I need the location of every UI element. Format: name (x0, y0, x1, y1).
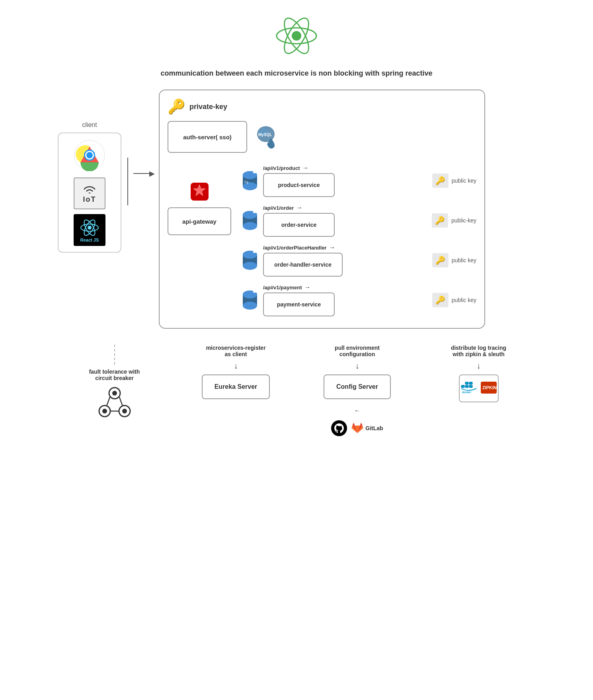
route-payment: /api/v1/payment → payment-service 🔑 publ… (241, 280, 476, 320)
top-section: communication between each microservice … (160, 12, 432, 78)
github-icon (331, 420, 347, 436)
subtitle: communication between each microservice … (160, 69, 432, 78)
product-route-row: /api/v1/product → product-service (263, 164, 424, 197)
zipkin-icon: ZIPKIN (480, 381, 497, 396)
svg-point-7 (86, 152, 93, 158)
svg-text:docker: docker (462, 391, 471, 394)
auth-server-row: auth-server( sso) MySQL (168, 121, 476, 153)
payment-service-box: payment-service (263, 292, 335, 316)
key-emoji: 🔑 (168, 98, 185, 115)
order-service-label: order-service (281, 222, 317, 228)
config-card: pull environment configuration ↓ Config … (308, 345, 407, 436)
route-order-handler: /api/v1/orderPlaceHandler → order-handle… (241, 240, 476, 280)
svg-text:Pg: Pg (244, 180, 248, 184)
eureka-server-label: Eureka Server (215, 383, 257, 390)
payment-public-key-label: public key (452, 297, 476, 303)
client-section: client (58, 121, 121, 253)
eureka-card: microservices-register as client ↓ Eurek… (186, 345, 286, 399)
product-service-label: product-service (278, 182, 320, 188)
mysql-icon: MySQL (255, 124, 277, 150)
route-product: Pg /api/v1/product → product-service (241, 161, 476, 201)
git-icons: GitLab (331, 420, 383, 436)
services-outer-box: 🔑 private-key auth-server( sso) (159, 90, 485, 329)
hystrix-icon (95, 385, 135, 423)
order-route-row: /api/v1/order → order-service (263, 204, 424, 237)
gateway-routes-area: api-gateway (168, 161, 476, 320)
private-key-area: 🔑 private-key (168, 98, 476, 115)
circuit-breaker-card: fault tolerance with circuit breaker (65, 345, 164, 423)
config-eureka-arrow: ← (354, 407, 361, 414)
payment-service-label: payment-service (277, 301, 321, 308)
gateway-column: api-gateway (168, 181, 231, 201)
svg-text:ZIPKIN: ZIPKIN (482, 385, 497, 390)
api-gateway-box: api-gateway (168, 207, 231, 235)
order-service-col (241, 209, 259, 232)
gateway-auth-vline (127, 158, 128, 205)
svg-rect-47 (469, 382, 472, 384)
eureka-down-arrow: ↓ (234, 361, 238, 370)
payment-public-key: 🔑 public key (432, 293, 476, 307)
zipkin-docker-box: docker ZIPKIN (459, 374, 499, 402)
client-label: client (82, 121, 97, 129)
product-route-label: /api/v1/product → (263, 164, 308, 172)
chrome-icon (74, 139, 105, 173)
spring-reactive-logo (273, 12, 320, 61)
svg-rect-46 (465, 382, 468, 384)
api-gateway-label: api-gateway (182, 218, 217, 225)
bottom-section: fault tolerance with circuit breaker (58, 345, 535, 436)
svg-rect-44 (465, 385, 468, 388)
svg-point-37 (112, 391, 117, 396)
order-handler-public-key-label: public key (452, 257, 476, 263)
order-key-icon: 🔑 (432, 213, 448, 228)
config-server-label: Config Server (336, 383, 378, 390)
order-public-key-label: public-key (451, 217, 476, 224)
order-handler-service-label: order-handler-service (274, 261, 332, 268)
svg-point-38 (102, 409, 107, 413)
product-service-box: product-service (263, 173, 335, 197)
product-path: /api/v1/product (263, 165, 300, 171)
config-label: pull environment configuration (335, 345, 380, 357)
svg-point-8 (88, 226, 92, 230)
payment-key-icon: 🔑 (432, 293, 449, 307)
auth-server-label: auth-server( sso) (183, 134, 232, 140)
order-db-icon (241, 209, 259, 232)
diagram-area: client (58, 90, 535, 329)
svg-rect-43 (461, 385, 464, 388)
product-public-key: 🔑 public key (432, 174, 476, 188)
order-route-label: /api/v1/order → (263, 204, 302, 211)
redis-icon (189, 181, 211, 204)
docker-icon: docker (460, 381, 477, 396)
payment-service-col (241, 289, 259, 312)
svg-rect-45 (469, 385, 472, 388)
payment-route-label: /api/v1/payment → (263, 284, 311, 291)
payment-path: /api/v1/payment (263, 285, 302, 291)
auth-server-box: auth-server( sso) (168, 121, 247, 153)
svg-line-41 (119, 397, 123, 406)
product-key-icon: 🔑 (432, 174, 449, 188)
iot-icon: IoT (74, 177, 105, 209)
svg-point-0 (292, 31, 301, 41)
gitlab-label: GitLab (365, 425, 383, 431)
product-db-icon: Pg (241, 169, 259, 193)
svg-point-24 (243, 222, 257, 230)
order-handler-public-key: 🔑 public key (432, 253, 476, 267)
order-handler-route-row: /api/v1/orderPlaceHandler → order-handle… (263, 244, 424, 277)
order-handler-service-col (241, 249, 259, 272)
payment-db-icon (241, 289, 259, 312)
zipkin-card: distribute log tracing with zipkin & sle… (429, 345, 529, 402)
svg-point-39 (122, 409, 127, 413)
routes-column: Pg /api/v1/product → product-service (241, 161, 476, 320)
order-handler-route-label: /api/v1/orderPlaceHandler → (263, 244, 336, 251)
zipkin-label: distribute log tracing with zipkin & sle… (451, 345, 506, 357)
order-public-key: 🔑 public-key (432, 213, 476, 228)
order-handler-key-icon: 🔑 (432, 253, 449, 267)
route-order: /api/v1/order → order-service 🔑 public-k… (241, 201, 476, 240)
order-handler-db-icon (241, 249, 259, 272)
product-service-col: Pg (241, 169, 259, 193)
order-path: /api/v1/order (263, 205, 294, 211)
gitlab-icon: GitLab (351, 422, 383, 435)
circuit-breaker-label: fault tolerance with circuit breaker (89, 369, 140, 381)
svg-line-40 (107, 397, 110, 406)
private-key-label: private-key (189, 103, 227, 111)
eureka-server-box: Eureka Server (202, 374, 270, 399)
